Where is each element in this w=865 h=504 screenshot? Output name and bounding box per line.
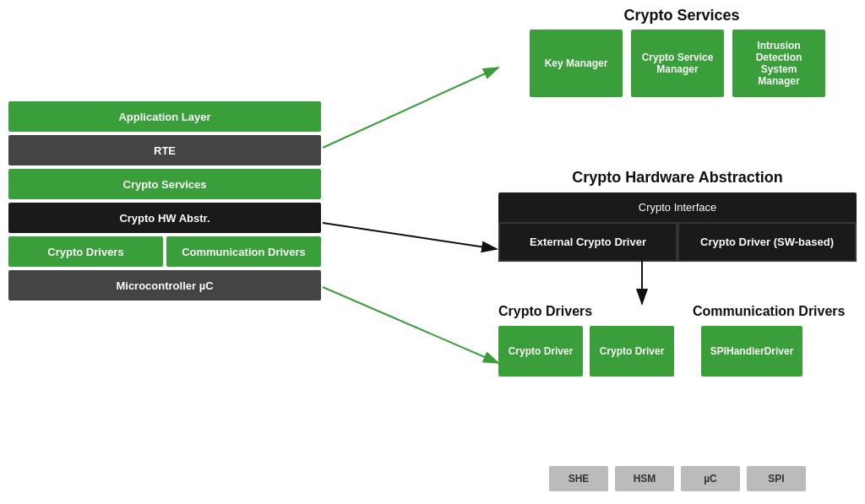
crypto-service-manager-box: Crypto Service Manager — [631, 30, 724, 97]
spi-label: SPI — [768, 473, 784, 485]
svg-line-2 — [323, 68, 498, 148]
rte-label: RTE — [154, 144, 176, 157]
comm-drivers-bar: Communication Drivers — [166, 236, 321, 267]
external-crypto-driver-box: External Crypto Driver — [498, 222, 677, 262]
svg-line-4 — [323, 287, 498, 363]
crypto-interface-bar: Crypto Interface — [498, 192, 857, 222]
crypto-services-title: Crypto Services — [507, 7, 857, 24]
crypto-hw-abstraction-title-text: Crypto Hardware Abstraction — [572, 169, 782, 186]
hsm-box: HSM — [615, 466, 674, 491]
she-box: SHE — [549, 466, 608, 491]
crypto-driver-2-label: Crypto Driver — [600, 345, 665, 357]
application-layer-label: Application Layer — [118, 111, 210, 123]
external-crypto-driver-label: External Crypto Driver — [530, 236, 646, 248]
crypto-hw-abstr-bar: Crypto HW Abstr. — [8, 203, 321, 233]
microcontroller-bar: Microcontroller µC — [8, 270, 321, 301]
uc-box: µC — [681, 466, 740, 491]
crypto-hw-abstraction-title: Crypto Hardware Abstraction — [498, 169, 857, 187]
uc-label: µC — [704, 473, 717, 485]
diagram-container: Application Layer RTE Crypto Services Cr… — [0, 0, 865, 504]
crypto-driver-1-label: Crypto Driver — [509, 345, 574, 357]
crypto-drivers-section-title: Crypto Drivers — [498, 304, 592, 319]
cha-bottom-row: External Crypto Driver Crypto Driver (SW… — [498, 222, 857, 262]
she-label: SHE — [569, 473, 590, 485]
application-layer-bar: Application Layer — [8, 101, 321, 132]
key-manager-label: Key Manager — [545, 57, 608, 69]
svg-line-3 — [323, 223, 497, 249]
rte-bar: RTE — [8, 135, 321, 165]
cd-section: Crypto Drivers Communication Drivers Cry… — [498, 304, 857, 377]
cd-boxes-row: Crypto Driver Crypto Driver SPIHandlerDr… — [498, 326, 857, 377]
crypto-services-title-text: Crypto Services — [623, 7, 739, 24]
ids-manager-box: Intrusion Detection System Manager — [732, 30, 825, 97]
crypto-services-boxes: Key Manager Crypto Service Manager Intru… — [498, 30, 857, 97]
spi-handler-driver-box: SPIHandlerDriver — [701, 326, 802, 377]
crypto-driver-box-2: Crypto Driver — [590, 326, 674, 377]
cd-titles-row: Crypto Drivers Communication Drivers — [498, 304, 857, 319]
crypto-driver-box-1: Crypto Driver — [498, 326, 583, 377]
microcontroller-label: Microcontroller µC — [116, 279, 213, 292]
crypto-services-bar: Crypto Services — [8, 169, 321, 199]
spi-box: SPI — [747, 466, 806, 491]
ids-manager-label: Intrusion Detection System Manager — [741, 40, 817, 87]
crypto-driver-sw-box: Crypto Driver (SW-based) — [677, 222, 857, 262]
crypto-drivers-bar: Crypto Drivers — [8, 236, 163, 267]
comm-drivers-label: Communication Drivers — [182, 246, 306, 258]
left-stack: Application Layer RTE Crypto Services Cr… — [8, 101, 321, 301]
key-manager-box: Key Manager — [530, 30, 623, 97]
crypto-service-manager-label: Crypto Service Manager — [639, 51, 715, 75]
crypto-hw-abstraction-container: Crypto Interface External Crypto Driver … — [498, 192, 857, 262]
crypto-drivers-label: Crypto Drivers — [47, 246, 123, 258]
bottom-boxes-row: SHE HSM µC SPI — [498, 466, 857, 491]
split-row: Crypto Drivers Communication Drivers — [8, 236, 321, 267]
hsm-label: HSM — [634, 473, 656, 485]
crypto-services-label: Crypto Services — [123, 178, 207, 191]
comm-drivers-section-title: Communication Drivers — [693, 304, 845, 319]
spi-handler-driver-label: SPIHandlerDriver — [710, 345, 794, 357]
crypto-interface-label: Crypto Interface — [639, 201, 717, 214]
crypto-hw-abstr-label: Crypto HW Abstr. — [119, 212, 209, 225]
crypto-driver-sw-label: Crypto Driver (SW-based) — [700, 236, 834, 248]
